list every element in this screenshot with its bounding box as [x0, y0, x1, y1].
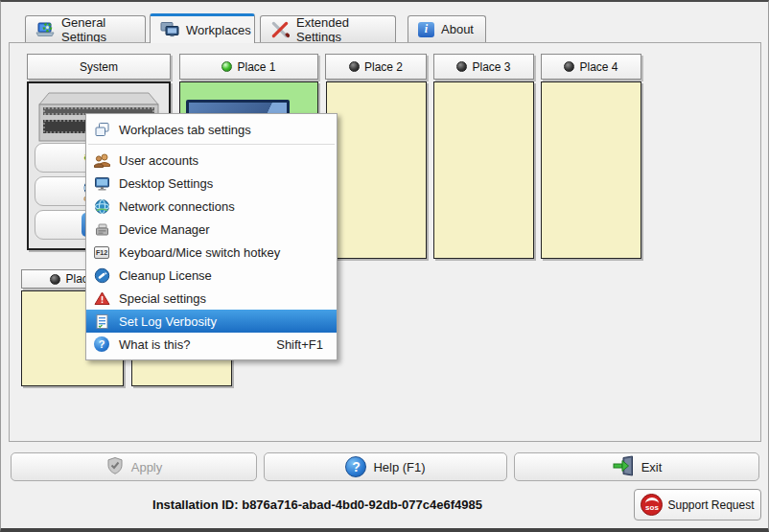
system-panel-title: System [80, 60, 118, 74]
support-request-label: Support Request [667, 498, 754, 512]
help-label: Help (F1) [373, 460, 425, 474]
info-icon: i [418, 22, 434, 37]
menu-item-label: Network connections [119, 199, 235, 214]
user-icon [93, 152, 110, 169]
globe-icon [93, 198, 110, 215]
monitors-icon [160, 21, 179, 38]
apply-button[interactable]: Apply [11, 452, 257, 481]
place1-label: Place 1 [237, 60, 275, 74]
f12-key-icon: F12 [93, 244, 110, 261]
tab-about[interactable]: i About [408, 15, 486, 42]
menu-item-special-settings[interactable]: Special settings [86, 287, 337, 310]
menu-item-label: Set Log Verbosity [119, 314, 217, 329]
place2-body[interactable] [326, 81, 427, 259]
menu-separator [88, 144, 335, 145]
place4-body[interactable] [541, 81, 641, 259]
context-menu: Workplaces tab settings User accounts [85, 113, 338, 360]
help-button[interactable]: ? Help (F1) [264, 452, 507, 481]
menu-item-workplaces-tab-settings[interactable]: Workplaces tab settings [86, 118, 337, 141]
system-panel-header[interactable]: System [27, 54, 171, 80]
tab-workplaces[interactable]: Workplaces [150, 13, 255, 43]
exit-door-icon [612, 455, 635, 479]
monitor-icon [93, 175, 110, 192]
tab-extended-settings[interactable]: Extended Settings [260, 15, 396, 42]
place4-header[interactable]: Place 4 [541, 54, 641, 80]
place1-header[interactable]: Place 1 [179, 54, 318, 80]
support-request-button[interactable]: sos Support Request [634, 489, 761, 520]
menu-item-desktop-settings[interactable]: Desktop Settings [86, 172, 337, 195]
warning-triangle-icon [93, 290, 110, 307]
tab-label: Extended Settings [296, 15, 385, 44]
menu-item-what-is-this[interactable]: ? What is this? Shift+F1 [86, 333, 337, 356]
place3-header[interactable]: Place 3 [433, 54, 534, 80]
green-led-icon [221, 61, 232, 72]
tab-bar: General Settings Workplaces [1, 13, 768, 42]
sos-icon: sos [641, 494, 663, 516]
menu-item-label: Workplaces tab settings [119, 123, 251, 137]
windows-copy-icon [93, 122, 110, 138]
menu-item-device-manager[interactable]: Device Manager [86, 218, 337, 241]
place3-body[interactable] [433, 81, 534, 259]
tab-label: Workplaces [186, 23, 251, 37]
crossed-tools-icon [270, 21, 290, 38]
menu-item-label: Keyboard/Mice switch hotkey [119, 245, 280, 260]
menu-item-network-connections[interactable]: Network connections [86, 195, 337, 218]
cleanup-brush-icon [93, 267, 110, 284]
menu-item-user-accounts[interactable]: User accounts [86, 149, 337, 172]
shield-check-icon [105, 456, 125, 478]
menu-item-set-log-verbosity[interactable]: Set Log Verbosity [86, 310, 337, 333]
installation-id-text: Installation ID: b876a716-abad-4bd0-92db… [1, 497, 634, 512]
exit-label: Exit [641, 460, 663, 474]
tab-label: About [441, 22, 474, 36]
menu-item-label: Cleanup License [119, 268, 212, 283]
menu-item-shortcut: Shift+F1 [276, 337, 337, 352]
app-window: General Settings Workplaces [0, 0, 769, 532]
tab-label: General Settings [61, 15, 135, 44]
menu-item-cleanup-license[interactable]: Cleanup License [86, 264, 337, 287]
place4-label: Place 4 [579, 60, 618, 74]
place3-label: Place 3 [472, 60, 510, 74]
log-document-icon [93, 313, 110, 330]
dark-led-icon [349, 61, 360, 72]
menu-item-label: What is this? [119, 337, 190, 352]
exit-button[interactable]: Exit [514, 452, 759, 481]
menu-item-label: Device Manager [119, 222, 210, 237]
dark-led-icon [564, 61, 574, 72]
menu-item-keyboard-mice-switch-hotkey[interactable]: F12 Keyboard/Mice switch hotkey [86, 241, 337, 264]
help-question-icon: ? [345, 456, 366, 477]
dark-led-icon [50, 274, 60, 285]
laptop-gear-icon [35, 21, 55, 38]
menu-item-label: User accounts [119, 153, 198, 168]
device-icon [93, 221, 110, 238]
tab-general-settings[interactable]: General Settings [25, 15, 146, 42]
question-icon: ? [93, 336, 110, 353]
menu-item-label: Desktop Settings [119, 176, 213, 191]
dark-led-icon [456, 61, 467, 72]
apply-label: Apply [131, 460, 163, 474]
menu-item-label: Special settings [119, 291, 206, 306]
place2-header[interactable]: Place 2 [325, 54, 427, 80]
place2-label: Place 2 [364, 60, 403, 74]
